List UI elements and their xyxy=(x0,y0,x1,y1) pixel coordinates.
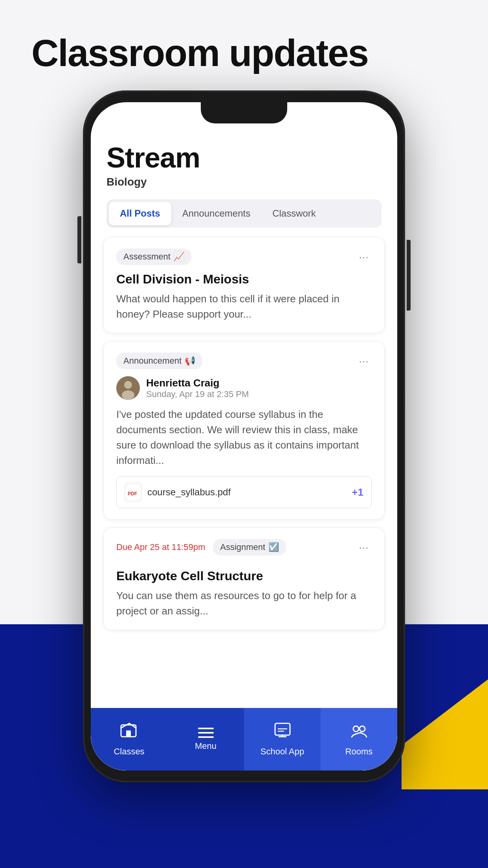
more-button-2[interactable]: ··· xyxy=(356,353,372,369)
assignment-title: Eukaryote Cell Structure xyxy=(116,569,372,583)
nav-school-app[interactable]: School App xyxy=(244,708,321,771)
assignment-tag-label: Assignment xyxy=(220,542,265,552)
author-row: Henrietta Craig Sunday, Apr 19 at 2:35 P… xyxy=(116,376,372,400)
more-button-3[interactable]: ··· xyxy=(356,539,372,555)
stream-title: Stream xyxy=(106,142,382,173)
classes-icon xyxy=(120,722,138,743)
assessment-tag-label: Assessment xyxy=(123,252,171,262)
assessment-card[interactable]: Assessment 📈 ··· Cell Division - Meiosis… xyxy=(103,237,385,333)
card-header: Assessment 📈 ··· xyxy=(116,248,372,265)
card-header-2: Announcement 📢 ··· xyxy=(116,353,372,369)
school-app-icon xyxy=(273,722,292,743)
more-button[interactable]: ··· xyxy=(356,248,372,265)
author-date: Sunday, Apr 19 at 2:35 PM xyxy=(146,389,249,399)
author-info: Henrietta Craig Sunday, Apr 19 at 2:35 P… xyxy=(146,377,249,399)
phone-screen: Stream Biology All Posts Announcements C… xyxy=(91,102,397,771)
rooms-icon xyxy=(350,722,368,743)
stream-header: Stream Biology xyxy=(91,130,397,188)
tab-announcements[interactable]: Announcements xyxy=(171,202,261,225)
classes-label: Classes xyxy=(114,747,144,757)
screen-content: Stream Biology All Posts Announcements C… xyxy=(91,130,397,771)
svg-point-1 xyxy=(124,381,132,389)
svg-point-9 xyxy=(360,726,365,732)
assignment-card[interactable]: Due Apr 25 at 11:59pm Assignment ☑️ ··· … xyxy=(103,528,385,630)
school-app-label: School App xyxy=(261,747,304,757)
announcement-tag-label: Announcement xyxy=(123,356,182,366)
megaphone-icon: 📢 xyxy=(185,356,195,366)
announcement-text: I've posted the updated course syllabus … xyxy=(116,407,372,468)
avatar xyxy=(116,376,140,400)
assignment-text: You can use them as resources to go to f… xyxy=(116,588,372,619)
pdf-icon: PDF xyxy=(125,483,142,502)
svg-rect-6 xyxy=(126,730,131,737)
attachment-left: PDF course_syllabus.pdf xyxy=(125,483,231,502)
tabs-bar: All Posts Announcements Classwork xyxy=(106,199,382,228)
checkbox-icon: ☑️ xyxy=(268,542,279,552)
page-title: Classroom updates xyxy=(31,31,368,75)
svg-point-2 xyxy=(122,390,134,400)
attachment-filename: course_syllabus.pdf xyxy=(147,487,231,498)
posts-list: Assessment 📈 ··· Cell Division - Meiosis… xyxy=(91,228,397,640)
due-header-row: Due Apr 25 at 11:59pm Assignment ☑️ xyxy=(116,539,286,555)
author-name: Henrietta Craig xyxy=(146,377,249,389)
assessment-text: What would happen to this cell if it wer… xyxy=(116,291,372,322)
card-header-3: Due Apr 25 at 11:59pm Assignment ☑️ ··· xyxy=(116,539,372,562)
nav-menu[interactable]: Menu xyxy=(167,708,244,771)
announcement-tag: Announcement 📢 xyxy=(116,353,202,369)
assignment-tag: Assignment ☑️ xyxy=(213,539,286,555)
bottom-nav: Classes Menu xyxy=(91,708,397,771)
nav-classes[interactable]: Classes xyxy=(91,708,167,771)
menu-label: Menu xyxy=(195,741,216,751)
announcement-card[interactable]: Announcement 📢 ··· xyxy=(103,341,385,520)
avatar-image xyxy=(116,376,140,400)
phone-mockup: Stream Biology All Posts Announcements C… xyxy=(83,90,405,782)
tab-classwork[interactable]: Classwork xyxy=(261,202,327,225)
phone-notch xyxy=(201,102,287,123)
tab-all-posts[interactable]: All Posts xyxy=(109,202,171,225)
attachment-count: +1 xyxy=(352,486,363,498)
phone-shell: Stream Biology All Posts Announcements C… xyxy=(83,90,405,782)
due-label: Due Apr 25 at 11:59pm xyxy=(116,542,205,552)
stream-subtitle: Biology xyxy=(106,176,382,188)
svg-text:PDF: PDF xyxy=(128,491,137,497)
rooms-label: Rooms xyxy=(345,747,373,757)
attachment[interactable]: PDF course_syllabus.pdf +1 xyxy=(116,476,372,508)
assessment-title: Cell Division - Meiosis xyxy=(116,272,372,287)
svg-point-8 xyxy=(353,726,359,732)
assessment-tag: Assessment 📈 xyxy=(116,248,191,265)
menu-icon xyxy=(198,728,214,738)
chart-icon: 📈 xyxy=(174,252,184,262)
nav-rooms[interactable]: Rooms xyxy=(321,708,397,771)
